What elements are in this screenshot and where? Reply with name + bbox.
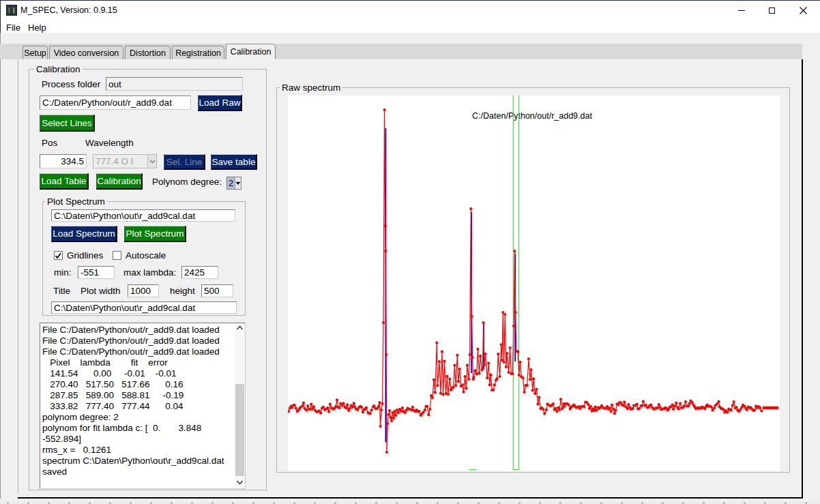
svg-text:C:/Daten/Python/out/r_add9.dat: C:/Daten/Python/out/r_add9.dat [472, 111, 592, 121]
